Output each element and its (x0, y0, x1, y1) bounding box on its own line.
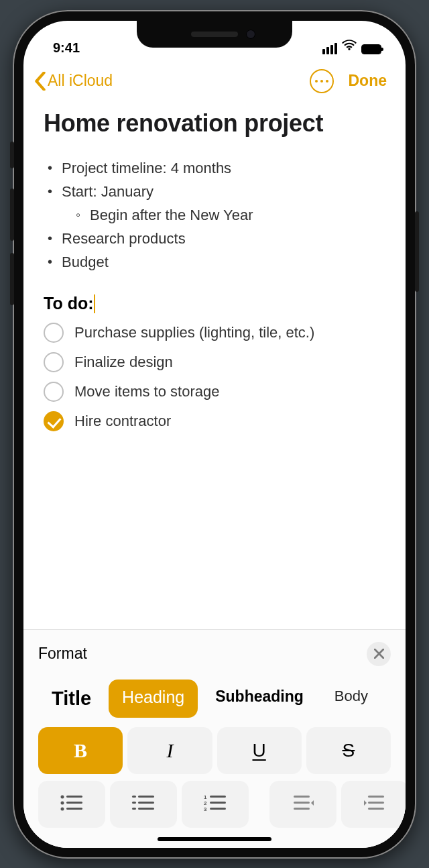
svg-rect-7 (138, 796, 154, 798)
svg-rect-18 (294, 796, 310, 798)
checkbox-checked[interactable] (44, 411, 64, 431)
svg-rect-6 (132, 796, 136, 798)
checkbox[interactable] (44, 352, 64, 372)
bulleted-list-icon (60, 794, 84, 815)
italic-button[interactable]: I (127, 727, 212, 774)
format-panel: Format Title Heading Subheading Body B I… (23, 629, 406, 848)
strikethrough-button[interactable]: S (306, 727, 391, 774)
svg-rect-20 (294, 808, 310, 810)
bold-button[interactable]: B (38, 727, 123, 774)
battery-icon (361, 44, 381, 54)
outdent-button[interactable] (269, 781, 336, 828)
checklist-item[interactable]: Move items to storage (44, 382, 385, 402)
list-item[interactable]: •Research products (48, 227, 385, 250)
phone-frame: 9:41 All iCloud (13, 10, 416, 859)
cellular-signal-icon (322, 43, 337, 54)
bulleted-list-button[interactable] (38, 781, 105, 828)
svg-rect-19 (294, 802, 310, 804)
notch (137, 21, 292, 48)
svg-rect-21 (368, 796, 384, 798)
more-button[interactable] (310, 69, 334, 93)
format-title: Format (38, 645, 87, 663)
text-style-row: Title Heading Subheading Body (23, 677, 406, 727)
svg-rect-10 (132, 808, 136, 810)
svg-point-4 (61, 807, 64, 810)
svg-point-2 (61, 801, 64, 804)
svg-rect-11 (138, 808, 154, 810)
checklist-item[interactable]: Purchase supplies (lighting, tile, etc.) (44, 323, 385, 343)
svg-rect-3 (66, 802, 82, 804)
svg-point-0 (61, 795, 64, 798)
list-format-row: 123 (23, 781, 406, 828)
svg-rect-23 (368, 808, 384, 810)
home-indicator[interactable] (158, 837, 271, 841)
svg-rect-5 (66, 808, 82, 810)
numbered-list-button[interactable]: 123 (182, 781, 249, 828)
outdent-icon (291, 794, 315, 815)
checkbox[interactable] (44, 323, 64, 343)
note-content[interactable]: Home renovation project •Project timelin… (23, 100, 406, 451)
status-time: 9:41 (48, 40, 80, 57)
bullet-list[interactable]: •Project timeline: 4 months •Start: Janu… (44, 156, 385, 274)
text-cursor (94, 294, 95, 313)
indent-button[interactable] (341, 781, 406, 828)
checklist[interactable]: Purchase supplies (lighting, tile, etc.)… (44, 323, 385, 431)
svg-text:2: 2 (204, 800, 207, 806)
nav-bar: All iCloud Done (23, 60, 406, 100)
style-title-button[interactable]: Title (38, 680, 105, 718)
list-item[interactable]: •Project timeline: 4 months (48, 156, 385, 180)
svg-rect-1 (66, 796, 82, 798)
checklist-item[interactable]: Hire contractor (44, 411, 385, 431)
list-item[interactable]: •Start: January (48, 180, 385, 203)
ellipsis-icon (315, 80, 318, 83)
svg-text:3: 3 (204, 806, 207, 812)
note-title[interactable]: Home renovation project (44, 109, 385, 138)
chevron-left-icon (34, 72, 46, 91)
svg-rect-13 (210, 796, 226, 798)
style-body-button[interactable]: Body (321, 680, 381, 718)
subheading[interactable]: To do: (44, 294, 385, 313)
svg-rect-22 (368, 802, 384, 804)
checklist-item[interactable]: Finalize design (44, 352, 385, 372)
back-label: All iCloud (48, 72, 113, 90)
indent-icon (363, 794, 387, 815)
emphasis-row: B I U S (23, 727, 406, 781)
done-button[interactable]: Done (349, 72, 387, 90)
numbered-list-icon: 123 (203, 794, 227, 815)
back-button[interactable]: All iCloud (34, 72, 113, 91)
style-heading-button[interactable]: Heading (109, 680, 198, 718)
screen: 9:41 All iCloud (23, 21, 406, 848)
close-button[interactable] (367, 642, 391, 666)
dashed-list-button[interactable] (110, 781, 177, 828)
list-item[interactable]: ◦Begin after the New Year (48, 203, 385, 227)
svg-rect-15 (210, 802, 226, 804)
dashed-list-icon (131, 794, 156, 815)
underline-button[interactable]: U (217, 727, 302, 774)
checkbox[interactable] (44, 382, 64, 402)
list-item[interactable]: •Budget (48, 250, 385, 274)
style-subheading-button[interactable]: Subheading (202, 680, 317, 718)
svg-rect-8 (132, 802, 136, 804)
svg-text:1: 1 (204, 794, 207, 800)
close-icon (374, 649, 384, 659)
wifi-icon (342, 39, 357, 54)
svg-rect-17 (210, 808, 226, 810)
svg-rect-9 (138, 802, 154, 804)
